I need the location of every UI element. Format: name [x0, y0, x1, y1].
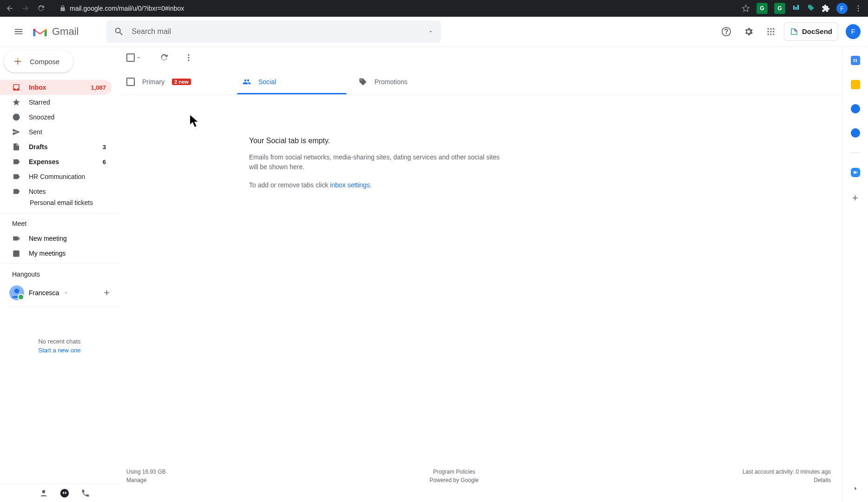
tag-icon — [359, 78, 367, 86]
select-checkbox[interactable] — [126, 53, 141, 62]
svg-point-10 — [773, 28, 774, 29]
sidebar-item-inbox[interactable]: Inbox1,087 — [0, 80, 112, 95]
policies-link[interactable]: Program Policies — [430, 469, 479, 475]
new-meeting-button[interactable]: New meeting — [0, 231, 119, 246]
svg-point-14 — [767, 33, 769, 35]
zoom-app-icon[interactable] — [851, 168, 860, 177]
help-icon — [721, 26, 731, 37]
meet-section-title: Meet — [0, 216, 119, 231]
lock-icon — [59, 5, 66, 12]
label-icon — [12, 158, 20, 166]
search-input[interactable] — [132, 27, 421, 36]
sidebar-item-snoozed[interactable]: Snoozed — [0, 110, 112, 125]
send-icon — [12, 128, 20, 136]
empty-title: Your Social tab is empty. — [249, 137, 500, 145]
sidebar-item-cutoff[interactable]: Personal email tickets — [0, 199, 119, 210]
label-icon — [12, 172, 20, 181]
refresh-icon[interactable] — [160, 53, 169, 62]
main-menu-button[interactable] — [7, 20, 30, 43]
sidebar-item-drafts[interactable]: Drafts3 — [0, 139, 112, 154]
inbox-icon — [12, 83, 20, 92]
browser-menu-icon[interactable] — [854, 4, 862, 13]
sidebar-item-starred[interactable]: Starred — [0, 95, 112, 110]
svg-point-22 — [42, 490, 46, 493]
cursor-icon — [189, 113, 202, 128]
gmail-header: Gmail DocSend F — [0, 17, 868, 46]
settings-button[interactable] — [739, 22, 758, 41]
contacts-app-icon[interactable] — [851, 128, 860, 138]
tab-promotions[interactable]: Promotions — [351, 69, 467, 94]
svg-point-23 — [60, 489, 69, 497]
sidebar: Compose Inbox1,087StarredSnoozedSentDraf… — [0, 46, 119, 502]
inbox-tab-icon — [126, 78, 135, 86]
gmail-logo[interactable]: Gmail — [32, 25, 79, 38]
svg-rect-19 — [14, 61, 17, 62]
docsend-extension[interactable]: DocSend — [784, 22, 838, 41]
url-bar[interactable]: mail.google.com/mail/u/0/?ibxr=0#inbox — [59, 5, 184, 12]
search-options-icon[interactable] — [428, 29, 434, 34]
new-chat-button[interactable]: + — [104, 287, 110, 299]
back-icon[interactable] — [6, 4, 14, 13]
sidebar-item-hr-communication[interactable]: HR Communication — [0, 169, 112, 184]
apps-grid-icon — [766, 27, 776, 36]
tab-badge: 2 new — [172, 79, 191, 85]
bookmark-star-icon[interactable] — [742, 4, 750, 13]
sidebar-item-expenses[interactable]: Expenses6 — [0, 154, 112, 169]
compose-button[interactable]: Compose — [4, 50, 73, 73]
plus-icon — [13, 57, 22, 66]
no-chats-message: No recent chats Start a new one — [0, 338, 119, 354]
side-panel: 31 + — [842, 46, 868, 502]
activity-text: Last account activity: 0 minutes ago — [743, 469, 831, 475]
chevron-down-icon[interactable] — [64, 291, 68, 295]
collapse-panel-icon[interactable] — [851, 484, 860, 493]
svg-point-13 — [773, 31, 774, 32]
phone-icon[interactable] — [81, 489, 90, 498]
inbox-settings-link[interactable]: inbox settings — [330, 181, 370, 189]
empty-body: Emails from social networks, media-shari… — [249, 152, 500, 172]
hangouts-icon[interactable] — [59, 488, 70, 498]
sidebar-bottom-bar — [0, 483, 119, 502]
svg-point-8 — [767, 28, 769, 29]
tab-primary[interactable]: Primary2 new — [119, 69, 235, 94]
file-icon — [12, 143, 20, 151]
tab-social[interactable]: Social — [235, 69, 351, 94]
sidebar-item-notes[interactable]: Notes — [0, 184, 112, 199]
extension-icon[interactable] — [792, 4, 800, 13]
my-meetings-button[interactable]: My meetings — [0, 246, 119, 261]
svg-point-3 — [858, 5, 859, 7]
video-icon — [12, 234, 20, 243]
account-avatar[interactable]: F — [846, 24, 861, 39]
star-icon — [12, 98, 20, 106]
reload-icon[interactable] — [37, 4, 46, 13]
hangouts-user[interactable]: Francesca + — [0, 282, 119, 304]
manage-link[interactable]: Manage — [126, 477, 166, 483]
sidebar-item-sent[interactable]: Sent — [0, 125, 112, 139]
add-app-button[interactable]: + — [852, 192, 858, 204]
user-avatar-icon — [9, 285, 24, 300]
forward-icon[interactable] — [21, 4, 30, 13]
chevron-down-icon[interactable] — [136, 55, 141, 60]
empty-link-line: To add or remove tabs click inbox settin… — [249, 180, 500, 190]
calendar-app-icon[interactable]: 31 — [851, 56, 860, 65]
start-new-chat-link[interactable]: Start a new one — [0, 347, 119, 354]
svg-rect-20 — [13, 251, 19, 257]
svg-point-16 — [773, 33, 774, 35]
svg-point-4 — [858, 8, 859, 9]
support-button[interactable] — [717, 22, 736, 41]
extension-grammarly-icon[interactable]: G — [756, 3, 768, 14]
calendar-icon — [12, 249, 20, 258]
svg-point-7 — [726, 33, 727, 34]
person-icon[interactable] — [39, 489, 48, 498]
extensions-puzzle-icon[interactable] — [822, 4, 830, 13]
apps-button[interactable] — [762, 22, 780, 41]
search-box[interactable] — [106, 20, 441, 43]
extension-grammarly2-icon[interactable]: G — [774, 3, 785, 14]
browser-profile-avatar[interactable]: F — [836, 3, 848, 14]
extension-tag-icon[interactable] — [807, 4, 815, 13]
details-link[interactable]: Details — [743, 477, 831, 483]
tasks-app-icon[interactable] — [851, 104, 860, 113]
more-icon[interactable] — [184, 53, 193, 62]
docsend-icon — [790, 27, 798, 36]
gear-icon — [743, 26, 754, 37]
keep-app-icon[interactable] — [851, 80, 860, 89]
